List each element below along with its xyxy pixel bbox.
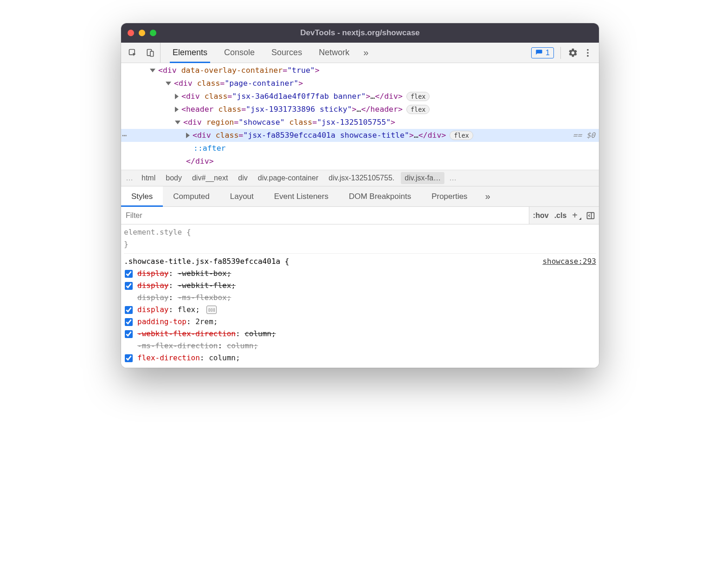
issues-badge[interactable]: 1 [531, 47, 554, 58]
prop-value[interactable]: column; [227, 341, 258, 350]
paneltab-computed[interactable]: Computed [163, 186, 219, 206]
dom-line-6[interactable]: ::after [121, 142, 599, 155]
crumb-jsx1[interactable]: div.jsx-1325105755. [325, 172, 398, 184]
prop-value[interactable]: -webkit-flex; [178, 281, 236, 290]
main-tabs: Elements Console Sources Network » [164, 43, 531, 63]
tab-elements[interactable]: Elements [164, 43, 216, 63]
crumb-page-container[interactable]: div.page-container [254, 172, 322, 184]
prop-checkbox[interactable] [125, 270, 133, 278]
css-prop-row[interactable]: display: -ms-flexbox; [124, 292, 596, 304]
tab-console[interactable]: Console [216, 43, 263, 63]
rule-header: .showcase-title.jsx-fa8539efcca401a { sh… [124, 253, 596, 268]
paneltab-properties[interactable]: Properties [421, 186, 477, 206]
dom-line-7[interactable]: </div> [121, 155, 599, 168]
titlebar: DevTools - nextjs.org/showcase [121, 23, 599, 43]
svg-point-5 [587, 55, 589, 57]
prop-checkbox[interactable] [125, 318, 133, 326]
toolbar-left [124, 43, 161, 63]
css-prop-row[interactable]: -ms-flex-direction: column; [124, 340, 596, 352]
prop-name[interactable]: display [137, 281, 168, 290]
element-style-close: } [124, 238, 596, 250]
cls-toggle[interactable]: .cls [554, 211, 567, 220]
styles-panel-tabs: Styles Computed Layout Event Listeners D… [121, 186, 599, 207]
rule-props: display: -webkit-box;display: -webkit-fl… [124, 268, 596, 364]
styles-filter-bar: :hov .cls + [121, 207, 599, 224]
eq-dollar: == $0 [573, 129, 595, 142]
prop-name[interactable]: -webkit-flex-direction [137, 329, 236, 338]
prop-checkbox[interactable] [125, 354, 133, 362]
flex-pill[interactable]: flex [450, 131, 473, 140]
element-style-selector[interactable]: element.style { [124, 226, 596, 238]
paneltab-styles[interactable]: Styles [121, 186, 163, 206]
tab-sources[interactable]: Sources [263, 43, 310, 63]
css-prop-row[interactable]: padding-top: 2rem; [124, 316, 596, 328]
toolbar-right: 1 [531, 47, 596, 59]
tab-network[interactable]: Network [310, 43, 358, 63]
prop-value[interactable]: 2rem; [195, 317, 218, 326]
maximize-dot[interactable] [150, 30, 156, 36]
prop-name[interactable]: padding-top [137, 317, 186, 326]
flex-pill[interactable]: flex [406, 105, 430, 114]
styles-body[interactable]: element.style { } .showcase-title.jsx-fa… [121, 224, 599, 368]
minimize-dot[interactable] [139, 30, 145, 36]
dom-line-selected[interactable]: ⋯ <div class="jsx-fa8539efcca401a showca… [121, 129, 599, 142]
prop-checkbox[interactable] [125, 306, 133, 314]
device-toggle-icon[interactable] [145, 48, 155, 58]
crumb-html[interactable]: html [138, 172, 159, 184]
css-prop-row[interactable]: flex-direction: column; [124, 352, 596, 364]
hov-toggle[interactable]: :hov [533, 211, 549, 220]
prop-value[interactable]: flex; [178, 305, 200, 314]
dom-tree[interactable]: <div data-overlay-container="true"> <div… [121, 63, 599, 170]
paneltab-overflow-icon[interactable]: » [478, 191, 498, 202]
close-dot[interactable] [128, 30, 134, 36]
prop-name[interactable]: flex-direction [137, 353, 200, 362]
paneltab-listeners[interactable]: Event Listeners [264, 186, 339, 206]
dom-line-1[interactable]: <div class="page-container"> [121, 77, 599, 90]
crumb-left-ell[interactable]: … [124, 174, 135, 182]
issues-count: 1 [546, 49, 550, 57]
dom-line-3[interactable]: <header class="jsx-1931733896 sticky">…<… [121, 103, 599, 116]
prop-checkbox[interactable] [125, 282, 133, 290]
flex-pill[interactable]: flex [406, 92, 430, 101]
rule-source-link[interactable]: showcase:293 [542, 256, 596, 268]
svg-point-3 [587, 49, 589, 51]
inspect-icon[interactable] [128, 48, 138, 58]
prop-name[interactable]: display [137, 269, 168, 278]
css-prop-row[interactable]: display: -webkit-box; [124, 268, 596, 280]
prop-value[interactable]: column; [209, 353, 240, 362]
prop-value[interactable]: -ms-flexbox; [178, 293, 231, 302]
prop-value[interactable]: -webkit-box; [178, 269, 231, 278]
dom-line-0[interactable]: <div data-overlay-container="true"> [121, 64, 599, 77]
paneltab-dombreak[interactable]: DOM Breakpoints [339, 186, 421, 206]
kebab-icon[interactable] [582, 47, 593, 58]
css-prop-row[interactable]: display: -webkit-flex; [124, 280, 596, 292]
css-prop-row[interactable]: display: flex;▯▯▯ [124, 304, 596, 316]
gear-icon[interactable] [567, 47, 579, 58]
prop-value[interactable]: column; [244, 329, 276, 338]
crumb-div[interactable]: div [234, 172, 251, 184]
prop-checkbox[interactable] [125, 330, 133, 338]
crumb-next[interactable]: div#__next [188, 172, 231, 184]
flex-editor-icon[interactable]: ▯▯▯ [206, 306, 217, 314]
traffic-lights [128, 30, 156, 36]
tabs-overflow-icon[interactable]: » [358, 47, 374, 58]
dom-line-2[interactable]: <div class="jsx-3a64d1ae4f0f7fab banner"… [121, 90, 599, 103]
window-title: DevTools - nextjs.org/showcase [121, 28, 599, 38]
breadcrumb: … html body div#__next div div.page-cont… [121, 170, 599, 186]
prop-name[interactable]: -ms-flex-direction [137, 341, 218, 350]
crumb-right-ell[interactable]: … [447, 174, 458, 182]
computed-sidebar-icon[interactable] [586, 211, 595, 220]
dom-line-4[interactable]: <div region="showcase" class="jsx-132510… [121, 116, 599, 129]
main-toolbar: Elements Console Sources Network » 1 [121, 43, 599, 63]
prop-name[interactable]: display [137, 293, 168, 302]
svg-point-4 [587, 52, 589, 54]
css-prop-row[interactable]: -webkit-flex-direction: column; [124, 328, 596, 340]
new-rule-icon[interactable]: + [572, 210, 580, 221]
prop-name[interactable]: display [137, 305, 168, 314]
selection-ellipsis-icon: ⋯ [122, 129, 127, 142]
crumb-selected[interactable]: div.jsx-fa… [401, 172, 444, 184]
filter-input[interactable] [121, 207, 529, 224]
paneltab-layout[interactable]: Layout [220, 186, 264, 206]
crumb-body[interactable]: body [162, 172, 186, 184]
rule-selector[interactable]: .showcase-title.jsx-fa8539efcca401a { [124, 256, 289, 268]
